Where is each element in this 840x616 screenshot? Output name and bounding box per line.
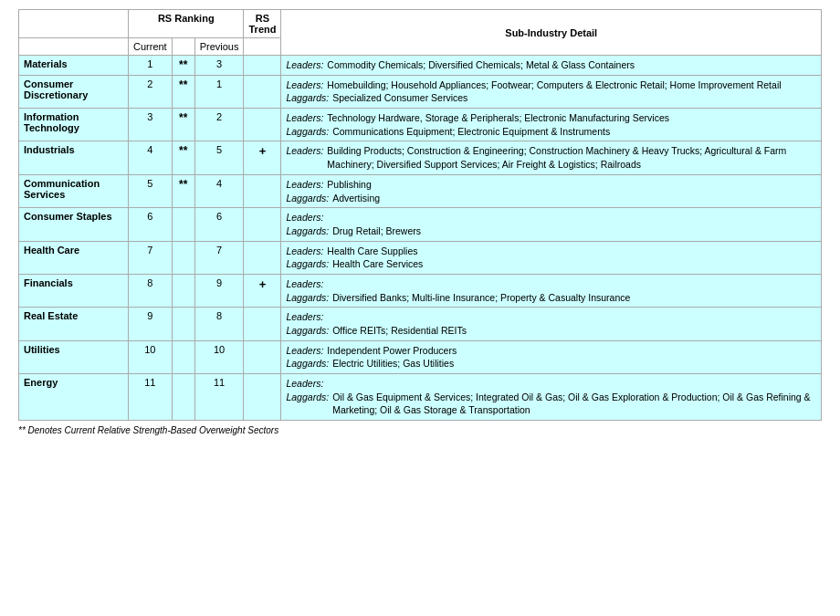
leaders-content xyxy=(327,277,816,291)
laggards-content: Communications Equipment; Electronic Equ… xyxy=(332,125,816,139)
detail-cell: Leaders:Building Products; Construction … xyxy=(281,141,822,174)
detail-cell: Leaders:Health Care SuppliesLaggards:Hea… xyxy=(281,241,822,274)
previous-rank: 9 xyxy=(194,274,244,307)
stars-subheader xyxy=(172,38,194,56)
leaders-content xyxy=(327,377,816,391)
leaders-content: Building Products; Construction & Engine… xyxy=(327,144,816,171)
empty-header xyxy=(19,10,129,38)
stars-cell xyxy=(172,208,194,241)
trend-cell xyxy=(244,308,281,340)
detail-cell: Leaders:Laggards:Office REITs; Residenti… xyxy=(281,308,822,340)
sector-cell: Consumer Staples xyxy=(19,208,129,241)
sector-cell: Financials xyxy=(19,274,129,307)
current-rank: 11 xyxy=(129,374,173,421)
current-rank: 2 xyxy=(129,75,173,108)
sector-cell: Industrials xyxy=(19,141,129,174)
stars-cell xyxy=(172,340,194,373)
rs-trend-header: RS Trend xyxy=(244,10,281,38)
leaders-content: Technology Hardware, Storage & Periphera… xyxy=(327,111,816,125)
trend-cell xyxy=(244,109,281,141)
trend-subheader xyxy=(244,38,281,56)
trend-cell xyxy=(244,75,281,108)
laggards-content: Specialized Consumer Services xyxy=(332,91,816,105)
leaders-content: Publishing xyxy=(327,178,816,192)
main-container: RS Ranking RS Trend Sub-Industry Detail … xyxy=(18,9,822,435)
current-rank: 3 xyxy=(129,109,173,141)
empty-subheader xyxy=(19,38,129,56)
stars-cell xyxy=(172,241,194,274)
leaders-content: Health Care Supplies xyxy=(327,245,816,258)
previous-rank: 2 xyxy=(194,109,244,141)
detail-cell: Leaders:Laggards:Oil & Gas Equipment & S… xyxy=(281,374,822,421)
laggards-content: Drug Retail; Brewers xyxy=(332,224,816,238)
laggards-content: Office REITs; Residential REITs xyxy=(332,324,816,338)
footnote: ** Denotes Current Relative Strength-Bas… xyxy=(18,425,822,435)
stars-cell xyxy=(172,274,194,307)
detail-cell: Leaders:Commodity Chemicals; Diversified… xyxy=(281,56,822,76)
laggards-content: Health Care Services xyxy=(332,257,816,271)
laggards-content: Advertising xyxy=(332,192,816,205)
trend-cell xyxy=(244,374,281,421)
stars-cell xyxy=(172,374,194,421)
sector-cell: Utilities xyxy=(19,340,129,373)
trend-cell xyxy=(244,241,281,274)
sector-cell: Materials xyxy=(19,56,129,76)
current-rank: 10 xyxy=(129,340,173,373)
leaders-content: Independent Power Producers xyxy=(327,344,816,358)
stars-cell: ** xyxy=(172,56,194,76)
laggards-content: Diversified Banks; Multi-line Insurance;… xyxy=(332,291,816,305)
laggards-content: Oil & Gas Equipment & Services; Integrat… xyxy=(332,391,816,417)
current-rank: 1 xyxy=(129,56,173,76)
previous-rank: 3 xyxy=(194,56,244,76)
detail-cell: Leaders:Laggards:Diversified Banks; Mult… xyxy=(281,274,822,307)
current-rank: 8 xyxy=(129,274,173,307)
sector-cell: Energy xyxy=(19,374,129,421)
stars-cell: ** xyxy=(172,141,194,174)
previous-rank: 5 xyxy=(194,141,244,174)
sector-cell: Health Care xyxy=(19,241,129,274)
current-rank: 4 xyxy=(129,141,173,174)
stars-cell xyxy=(172,308,194,340)
previous-rank: 4 xyxy=(194,174,244,207)
previous-rank: 10 xyxy=(194,340,244,373)
rs-ranking-header: RS Ranking xyxy=(129,10,244,38)
trend-cell xyxy=(244,56,281,76)
stars-cell: ** xyxy=(172,75,194,108)
previous-rank: 6 xyxy=(194,208,244,241)
detail-cell: Leaders:Technology Hardware, Storage & P… xyxy=(281,109,822,141)
sector-cell: Real Estate xyxy=(19,308,129,340)
leaders-content xyxy=(327,211,816,224)
previous-rank: 11 xyxy=(194,374,244,421)
previous-rank: 1 xyxy=(194,75,244,108)
trend-cell: + xyxy=(244,274,281,307)
previous-rank: 7 xyxy=(194,241,244,274)
detail-cell: Leaders:Homebuilding; Household Applianc… xyxy=(281,75,822,108)
leaders-content xyxy=(327,310,816,324)
current-rank: 7 xyxy=(129,241,173,274)
current-rank: 5 xyxy=(129,174,173,207)
sector-cell: Information Technology xyxy=(19,109,129,141)
current-rank: 6 xyxy=(129,208,173,241)
trend-cell xyxy=(244,340,281,373)
previous-subheader: Previous xyxy=(194,38,244,56)
sector-cell: Consumer Discretionary xyxy=(19,75,129,108)
laggards-content: Electric Utilities; Gas Utilities xyxy=(332,357,816,371)
leaders-content: Homebuilding; Household Appliances; Foot… xyxy=(327,78,816,92)
stars-cell: ** xyxy=(172,174,194,207)
trend-cell: + xyxy=(244,141,281,174)
leaders-content: Commodity Chemicals; Diversified Chemica… xyxy=(327,58,816,72)
stars-cell: ** xyxy=(172,109,194,141)
previous-rank: 8 xyxy=(194,308,244,340)
current-rank: 9 xyxy=(129,308,173,340)
trend-cell xyxy=(244,208,281,241)
trend-cell xyxy=(244,174,281,207)
detail-cell: Leaders:Laggards:Drug Retail; Brewers xyxy=(281,208,822,241)
sector-table: RS Ranking RS Trend Sub-Industry Detail … xyxy=(18,9,822,421)
detail-cell: Leaders:PublishingLaggards:Advertising xyxy=(281,174,822,207)
current-subheader: Current xyxy=(129,38,173,56)
sub-industry-header: Sub-Industry Detail xyxy=(281,10,822,56)
sector-cell: Communication Services xyxy=(19,174,129,207)
detail-cell: Leaders:Independent Power ProducersLagga… xyxy=(281,340,822,373)
